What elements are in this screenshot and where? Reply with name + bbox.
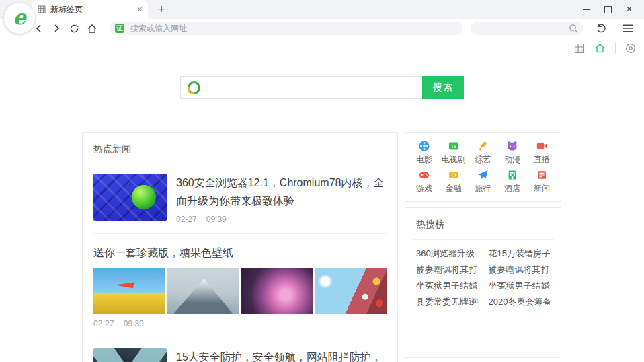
wallpaper-flower-image[interactable] — [241, 268, 313, 314]
hot-search-item[interactable]: 被妻嘲讽将其打死↑ — [416, 262, 478, 278]
news-item[interactable]: 360安全浏览器12.1，Chromium78内核，全面升级为你带来极致体验 0… — [93, 164, 387, 224]
news-clock: 09:39 — [124, 319, 144, 328]
tab-favicon-grid-icon — [38, 5, 46, 13]
category-tv-series[interactable]: TV 电视剧 — [439, 138, 469, 167]
news-item[interactable]: 送你一套珍藏版，糖果色壁纸 02-2709:39 — [93, 234, 387, 328]
main-search-input[interactable] — [206, 81, 415, 94]
apps-grid-button[interactable] — [574, 43, 585, 54]
mountain-peak-graphic — [173, 279, 233, 314]
building-graphic — [93, 357, 124, 362]
hot-search-text: 2020冬奥会筹备中 — [489, 296, 551, 308]
hot-search-item[interactable]: 坐冤狱男子结婚 — [489, 278, 551, 294]
hot-search-text: 被妻嘲讽将其打死 — [489, 264, 551, 276]
new-tab-button[interactable]: + — [153, 1, 169, 17]
hot-search-item[interactable]: 被妻嘲讽将其打死 — [489, 262, 551, 278]
toolbar-search-input[interactable] — [476, 23, 569, 34]
maximize-button[interactable] — [597, 0, 618, 19]
close-icon: × — [626, 4, 632, 15]
news-item[interactable]: 15大安全防护，安全领航，网站阻拦防护，照妖镜网址鉴定，下载检测木马 — [93, 338, 387, 362]
newspaper-icon — [536, 169, 548, 181]
category-movie[interactable]: 电影 — [409, 138, 439, 167]
toolbar-search-box[interactable] — [471, 22, 583, 35]
reload-button[interactable] — [66, 19, 82, 38]
hot-search-item[interactable]: 360浏览器升级↑ — [416, 246, 478, 262]
reload-icon — [69, 24, 79, 34]
hot-search-list: 360浏览器升级↑ 花15万装错房子 被妻嘲讽将其打死↑ 被妻嘲讽将其打死 坐冤… — [412, 246, 554, 310]
video-camera-icon — [536, 140, 548, 152]
home-icon — [87, 24, 97, 34]
tab-title: 新标签页 — [50, 4, 137, 15]
category-live[interactable]: 直播 — [527, 138, 557, 167]
category-news[interactable]: 新闻 — [527, 167, 557, 196]
wallpaper-mountain-image[interactable] — [167, 268, 239, 314]
news-date: 02-27 — [93, 319, 114, 328]
hot-search-text: 坐冤狱男子结婚 — [416, 280, 477, 292]
news-item-title[interactable]: 360安全浏览器12.1，Chromium78内核，全面升级为你带来极致体验 — [176, 174, 387, 210]
category-label: 直播 — [534, 154, 550, 166]
category-label: 电影 — [416, 154, 432, 166]
settings-button[interactable] — [625, 43, 636, 54]
category-label: 电视剧 — [442, 154, 466, 166]
home-page-button[interactable] — [594, 43, 606, 54]
hot-search-title: 热搜榜 — [416, 219, 554, 231]
movie-icon — [418, 140, 430, 152]
undo-button[interactable] — [596, 19, 608, 38]
category-finance[interactable]: 金融 — [439, 167, 469, 196]
news-thumbnail-skyscrapers[interactable] — [93, 348, 167, 362]
category-label: 旅行 — [475, 183, 491, 194]
category-label: 新闻 — [534, 183, 550, 194]
window-controls: × — [575, 0, 640, 19]
news-item-time: 02-2709:39 — [176, 215, 387, 224]
news-date: 02-27 — [176, 215, 197, 224]
search-button[interactable]: 搜索 — [422, 76, 464, 99]
menu-button[interactable] — [618, 19, 637, 38]
hamburger-menu-icon — [622, 24, 633, 32]
microphone-icon — [477, 140, 489, 152]
home-button[interactable] — [84, 19, 100, 38]
main-search-box[interactable] — [180, 76, 422, 99]
logo-letter: e — [13, 5, 26, 29]
category-variety[interactable]: 综艺 — [469, 138, 498, 167]
news-thumbnail-cubes[interactable] — [93, 174, 167, 221]
category-label: 游戏 — [416, 183, 432, 194]
category-travel[interactable]: 旅行 — [469, 167, 498, 196]
address-bar[interactable]: 证 — [110, 22, 462, 35]
hot-search-item[interactable]: 2020冬奥会筹备中 — [489, 294, 551, 310]
green-sphere-graphic — [132, 185, 156, 209]
close-button[interactable]: × — [618, 0, 640, 19]
wallpaper-candy-image[interactable] — [315, 268, 387, 314]
forward-button[interactable] — [48, 19, 65, 38]
titlebar: 新标签页 × + × — [0, 0, 644, 19]
hot-search-item[interactable]: 县委常委无牌逆行 — [416, 294, 478, 310]
finance-ticket-icon — [448, 169, 460, 181]
category-hotel[interactable]: 酒店 — [497, 167, 527, 196]
category-label: 综艺 — [475, 154, 491, 166]
toolbar: 证 — [0, 19, 644, 38]
browser-logo[interactable]: e — [4, 3, 35, 34]
hotel-building-icon — [506, 169, 518, 181]
category-anime[interactable]: 动漫 — [497, 138, 527, 167]
airplane-icon — [477, 169, 489, 181]
minimize-button[interactable] — [575, 0, 597, 19]
hot-search-text: 县委常委无牌逆行 — [416, 296, 478, 308]
news-item-title[interactable]: 送你一套珍藏版，糖果色壁纸 — [93, 244, 387, 262]
divider — [615, 43, 616, 54]
minimize-icon — [583, 9, 590, 10]
hot-search-item[interactable]: 坐冤狱男子结婚↓ — [416, 278, 478, 294]
wallpaper-glider-image[interactable] — [93, 268, 165, 314]
news-item-time: 02-2709:39 — [93, 319, 387, 328]
svg-text:TV: TV — [451, 143, 457, 148]
new-tab-page: 搜索 热点新闻 360安全浏览器12.1，Chromium78内核，全面升级为你… — [0, 38, 644, 362]
address-input[interactable] — [129, 23, 457, 34]
security-badge-icon[interactable]: 证 — [115, 24, 124, 33]
hot-search-item[interactable]: 花15万装错房子 — [489, 246, 551, 262]
browser-tab[interactable]: 新标签页 × — [32, 0, 148, 19]
category-games[interactable]: 游戏 — [409, 167, 439, 196]
tab-close-icon[interactable]: × — [137, 5, 143, 14]
hot-news-title: 热点新闻 — [93, 143, 387, 155]
main-search: 搜索 — [180, 76, 464, 99]
category-label: 动漫 — [504, 154, 520, 166]
anime-bear-icon — [506, 140, 518, 152]
news-item-title[interactable]: 15大安全防护，安全领航，网站阻拦防护，照妖镜网址鉴定，下载检测木马 — [176, 348, 387, 362]
hot-search-panel: 热搜榜 360浏览器升级↑ 花15万装错房子 被妻嘲讽将其打死↑ 被妻嘲讽将其打… — [405, 207, 561, 358]
